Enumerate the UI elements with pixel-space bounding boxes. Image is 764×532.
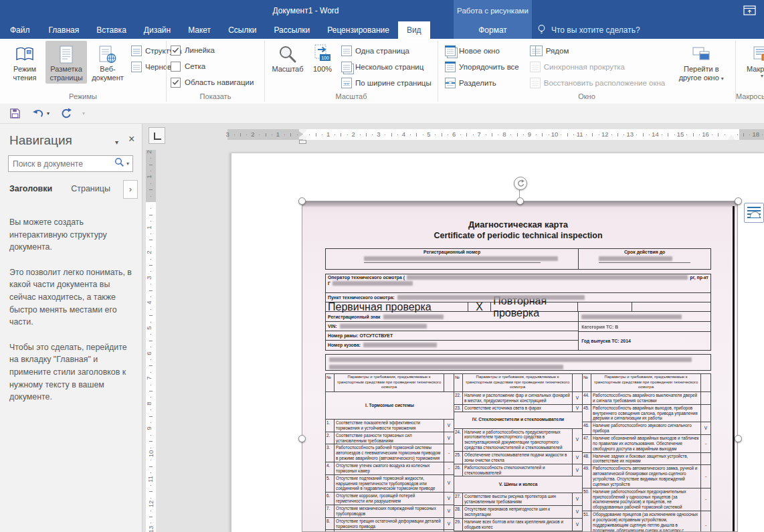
left-indent-marker[interactable] (299, 140, 306, 144)
ruler-number: 11 (577, 130, 583, 138)
rotate-handle[interactable] (514, 177, 527, 190)
tab-Рассылки[interactable]: Рассылки (265, 21, 318, 39)
close-icon[interactable]: × (128, 133, 134, 145)
checkbox-ruler[interactable]: Линейка (171, 42, 262, 58)
vertical-ruler: 2112345678910111213 (146, 150, 156, 532)
search-icon[interactable] (112, 157, 126, 170)
ribbon-display-options-icon[interactable] (743, 5, 757, 17)
multiple-pages-button[interactable]: Несколько страниц (339, 59, 434, 75)
nav-tabs-expander-button[interactable]: › (123, 180, 138, 199)
nav-tab-pages[interactable]: Страницы (71, 184, 110, 193)
zoom-100-icon: 100 (312, 43, 332, 65)
new-window-button[interactable]: Новое окно (442, 43, 522, 59)
undo-button[interactable]: ▾ (31, 108, 50, 119)
tab-Дизайн[interactable]: Дизайн (135, 21, 179, 39)
ruler-number: 1 (145, 226, 153, 229)
row-mark (700, 453, 710, 465)
resize-handle-top-right[interactable] (735, 197, 742, 205)
reset-window-position-button[interactable]: Восстановить расположение окна (527, 75, 668, 91)
qat-customize-button[interactable]: ▾ (82, 111, 85, 116)
ruler-tick (316, 133, 316, 137)
navigation-pane-checkbox[interactable] (171, 78, 181, 88)
save-button[interactable] (9, 108, 21, 119)
inserted-picture-diagnostic-card[interactable]: Диагностическая карта Certificate of per… (302, 201, 738, 532)
tab-format[interactable]: Формат (454, 21, 532, 39)
zoom-100-button[interactable]: 100 100% (306, 41, 339, 75)
ruler-tick (149, 290, 153, 291)
tab-view[interactable]: Вид (398, 21, 430, 39)
row-mark: V (444, 420, 454, 432)
scan-column-header: №Параметры и требования, предъявляемые к… (454, 374, 582, 391)
arrange-all-button[interactable]: Упорядочить все (442, 59, 522, 75)
resize-handle-top-left[interactable] (298, 197, 306, 205)
scan-section-row: I. Тормозные системы (326, 391, 454, 419)
tab-strip: Файл ГлавнаяВставкаДизайнМакетСсылкиРасс… (0, 21, 430, 39)
web-layout-button[interactable]: Веб- документ (87, 41, 128, 84)
ruler-tick (341, 133, 341, 137)
scan-section-row: IV. Стеклоочистители и стеклоомыватели (454, 412, 582, 428)
tab-Макет[interactable]: Макет (179, 21, 219, 39)
col-header-mark (700, 374, 710, 391)
tell-me-box[interactable]: Что вы хотите сделать? (537, 21, 640, 39)
row-number: 44. (583, 392, 591, 404)
chevron-down-icon[interactable]: ▾ (115, 139, 118, 146)
scan-column-header: №Параметры и требования, предъявляемые к… (583, 374, 710, 391)
ruler-number: 18 (753, 130, 760, 138)
switch-windows-icon (691, 43, 711, 65)
ruler-dot (322, 135, 322, 135)
tab-file[interactable]: Файл (0, 21, 40, 39)
row-text: Отсутствие механических повреждений торм… (335, 505, 444, 517)
resize-handle-top-middle[interactable] (516, 197, 524, 205)
nav-tab-headings[interactable]: Заголовки (9, 184, 52, 193)
ruler-tick (290, 133, 291, 137)
page-width-button[interactable]: По ширине страницы (339, 75, 434, 91)
ruler-dot (284, 135, 285, 135)
ruler-number: 5 (145, 326, 153, 329)
multiple-pages-icon (341, 62, 352, 72)
redo-button[interactable] (60, 108, 72, 119)
tab-Рецензирование[interactable]: Рецензирование (318, 21, 398, 39)
ruler-dot (151, 422, 151, 423)
new-window-icon (445, 46, 456, 56)
split-button[interactable]: Разделить (442, 75, 522, 91)
zoom-small-buttons: Одна страницаНесколько страницПо ширине … (339, 41, 434, 91)
gridlines-checkbox[interactable] (171, 62, 181, 72)
resize-handle-middle-right[interactable] (735, 435, 742, 442)
synchronous-scrolling-button[interactable]: Синхронная прокрутка (527, 59, 668, 75)
tab-stop-selector[interactable] (149, 127, 165, 144)
read-mode-button[interactable]: Режим чтения (4, 41, 45, 84)
tab-Ссылки[interactable]: Ссылки (219, 21, 265, 39)
split-label: Разделить (459, 79, 496, 87)
ruler-tick (149, 517, 153, 517)
one-page-button[interactable]: Одна страница (339, 43, 434, 59)
ruler-checkbox[interactable] (171, 46, 181, 56)
outline-icon (131, 46, 142, 56)
macros-button[interactable]: Макросы ▾ (740, 41, 764, 80)
tab-Главная[interactable]: Главная (40, 21, 88, 39)
print-layout-icon (60, 43, 73, 65)
layout-options-button[interactable] (744, 203, 764, 223)
ruler-tick (567, 133, 568, 137)
ruler-dot (561, 135, 561, 135)
chevron-down-icon: ▾ (82, 111, 85, 116)
redacted-point (397, 295, 585, 300)
checkbox-gridlines[interactable]: Сетка (171, 58, 262, 74)
new-window-label: Новое окно (459, 47, 500, 55)
tab-Вставка[interactable]: Вставка (88, 21, 135, 39)
redacted-reg-number (364, 256, 558, 261)
ruler-tick (149, 441, 153, 442)
multiple-pages-label: Несколько страниц (355, 63, 423, 71)
ruler-dot (151, 372, 151, 373)
search-input[interactable] (9, 159, 112, 169)
chevron-down-icon[interactable]: ▾ (126, 161, 132, 167)
ruler-dot (151, 460, 151, 460)
checkbox-navigation-pane[interactable]: Область навигации (171, 74, 262, 90)
zoom-button[interactable]: Масштаб (269, 41, 306, 75)
row-number: 48. (583, 453, 591, 465)
switch-windows-button[interactable]: Перейти в другое окно ▾ (674, 41, 728, 84)
print-layout-button[interactable]: Разметка страницы (45, 41, 87, 84)
view-side-by-side-button[interactable]: Рядом (527, 43, 668, 59)
ruler-number: 13 (147, 526, 155, 532)
row-text: Наличие и расположение фар и сигнальных … (463, 392, 572, 404)
resize-handle-middle-left[interactable] (298, 435, 306, 442)
